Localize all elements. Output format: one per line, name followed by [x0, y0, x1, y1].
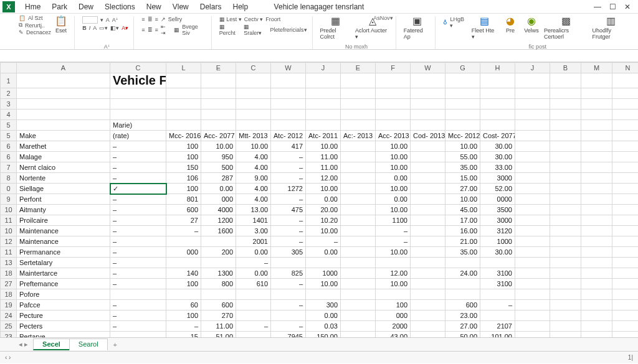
cell[interactable]: [515, 110, 550, 120]
minimize-button[interactable]: —: [592, 2, 603, 11]
cell[interactable]: ✓: [110, 184, 166, 194]
cell[interactable]: Perfont: [17, 194, 110, 205]
cell[interactable]: –: [306, 236, 341, 247]
cell[interactable]: [612, 88, 639, 99]
cell[interactable]: [515, 88, 550, 99]
cell[interactable]: [581, 268, 612, 279]
cell[interactable]: –: [110, 194, 166, 205]
cell[interactable]: –: [271, 215, 306, 226]
comma-button[interactable]: Percht: [219, 30, 236, 36]
cell[interactable]: [341, 73, 376, 88]
cell[interactable]: [376, 289, 411, 300]
cell[interactable]: [612, 268, 639, 279]
cell[interactable]: [581, 226, 612, 236]
cell[interactable]: 106: [166, 173, 201, 184]
cell[interactable]: [581, 236, 612, 247]
bold-button[interactable]: B: [82, 25, 87, 31]
cell[interactable]: [271, 88, 306, 99]
cell[interactable]: [515, 268, 550, 279]
column-header-E[interactable]: E: [341, 63, 376, 73]
cell[interactable]: 100: [166, 141, 201, 152]
cell[interactable]: 45.00: [445, 205, 480, 215]
cell[interactable]: [515, 226, 550, 236]
cell[interactable]: –: [110, 321, 166, 332]
cell[interactable]: 50.00: [445, 332, 480, 338]
cell[interactable]: 11.00: [306, 162, 341, 173]
cell[interactable]: 0.00: [236, 247, 271, 258]
row-header[interactable]: 10: [1, 205, 17, 215]
currency-button[interactable]: Cectv ▾: [244, 16, 264, 22]
cell[interactable]: [341, 162, 376, 173]
cell[interactable]: [376, 120, 411, 131]
cell[interactable]: 3.00: [236, 226, 271, 236]
cell[interactable]: [515, 300, 550, 310]
conditional-format-button[interactable]: ▦Predel Colrct: [320, 16, 351, 40]
cell[interactable]: [515, 141, 550, 152]
cell[interactable]: 0.00: [376, 173, 411, 184]
row-header[interactable]: 0: [1, 184, 17, 194]
cell[interactable]: Pecture: [17, 310, 110, 321]
cell[interactable]: 10.00: [306, 184, 341, 194]
cell[interactable]: Make: [17, 131, 110, 141]
cell[interactable]: [341, 152, 376, 162]
cell[interactable]: 101.00: [480, 332, 515, 338]
cell[interactable]: [17, 99, 110, 110]
cell[interactable]: –: [271, 279, 306, 289]
cell[interactable]: [166, 258, 201, 268]
cell[interactable]: [515, 258, 550, 268]
cell[interactable]: 55.00: [445, 152, 480, 162]
cell[interactable]: –: [110, 247, 166, 258]
cell[interactable]: [411, 226, 445, 236]
cell[interactable]: [445, 120, 480, 131]
cell[interactable]: –: [236, 332, 271, 338]
cell[interactable]: [581, 310, 612, 321]
cell[interactable]: 17.00: [445, 215, 480, 226]
menu-dew[interactable]: Dew: [74, 1, 98, 12]
cell[interactable]: [201, 258, 236, 268]
cell[interactable]: 100: [376, 300, 411, 310]
cell[interactable]: Acc- 2077: [201, 131, 236, 141]
cell[interactable]: [341, 289, 376, 300]
cell[interactable]: 30.00: [480, 152, 515, 162]
cell[interactable]: [581, 194, 612, 205]
cell[interactable]: [550, 162, 581, 173]
cell[interactable]: [445, 110, 480, 120]
cell[interactable]: 3100: [480, 268, 515, 279]
cell[interactable]: 417: [271, 141, 306, 152]
cell[interactable]: 10.00: [306, 141, 341, 152]
cell[interactable]: [236, 120, 271, 131]
cell[interactable]: [341, 120, 376, 131]
cell[interactable]: 10.00: [376, 141, 411, 152]
cell[interactable]: 11.00: [306, 152, 341, 162]
cell[interactable]: [612, 236, 639, 247]
cell[interactable]: [341, 332, 376, 338]
cell[interactable]: [445, 289, 480, 300]
cell[interactable]: –: [110, 205, 166, 215]
cell[interactable]: Maintenance: [17, 226, 110, 236]
cell[interactable]: [581, 162, 612, 173]
cell[interactable]: [411, 321, 445, 332]
cell[interactable]: [550, 289, 581, 300]
cell[interactable]: [480, 73, 515, 88]
cell[interactable]: [306, 110, 341, 120]
cell[interactable]: [515, 194, 550, 205]
cell[interactable]: [612, 194, 639, 205]
align-top-button[interactable]: ≡: [141, 16, 145, 22]
cell[interactable]: 0.00: [306, 194, 341, 205]
cell[interactable]: [550, 152, 581, 162]
cell[interactable]: Pecters: [17, 321, 110, 332]
cell[interactable]: [515, 289, 550, 300]
cell[interactable]: [306, 120, 341, 131]
cell[interactable]: [515, 73, 550, 88]
cell[interactable]: [341, 141, 376, 152]
cell[interactable]: 4.00: [236, 162, 271, 173]
cell[interactable]: 13.00: [236, 205, 271, 215]
cell[interactable]: [201, 88, 236, 99]
cell[interactable]: [581, 152, 612, 162]
cell[interactable]: [341, 194, 376, 205]
cell[interactable]: [612, 321, 639, 332]
cell[interactable]: –: [110, 141, 166, 152]
sheet-tab-searol[interactable]: Searol: [69, 338, 108, 350]
cell[interactable]: 100: [166, 184, 201, 194]
cell[interactable]: –: [110, 310, 166, 321]
